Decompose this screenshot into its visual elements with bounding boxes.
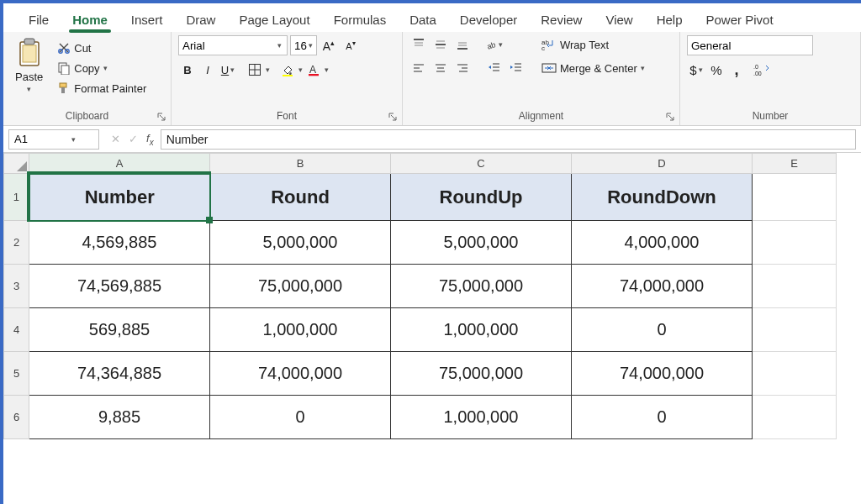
bold-button[interactable]: B [178,60,197,79]
tab-insert[interactable]: Insert [119,8,175,32]
spreadsheet-grid[interactable]: A B C D E 1 Number Round RoundUp RoundDo… [3,153,861,439]
row-header-3[interactable]: 3 [4,265,29,308]
chevron-down-icon[interactable]: ▾ [298,66,303,74]
col-header-C[interactable]: C [391,154,572,174]
align-right-button[interactable] [453,59,472,77]
cell-D6[interactable]: 0 [572,396,753,439]
increase-indent-button[interactable] [507,59,526,77]
percent-format-button[interactable]: % [707,60,726,79]
dialog-launcher-font[interactable] [387,111,399,123]
cell-A2[interactable]: 4,569,885 [29,221,210,265]
cell-C5[interactable]: 75,000,000 [391,352,572,396]
underline-button[interactable]: U▾ [219,60,237,79]
align-middle-button[interactable] [431,35,450,54]
cell-E5[interactable] [753,352,837,396]
cell-B6[interactable]: 0 [210,396,391,439]
tab-page-layout[interactable]: Page Layout [227,8,321,32]
cell-A6[interactable]: 9,885 [29,396,210,439]
row-header-5[interactable]: 5 [4,352,29,396]
merge-center-button[interactable]: Merge & Center ▾ [537,59,649,77]
cell-A3[interactable]: 74,569,885 [29,265,210,308]
tab-draw[interactable]: Draw [174,8,227,32]
row-header-1[interactable]: 1 [4,174,29,221]
select-all-button[interactable] [4,154,29,174]
cell-C4[interactable]: 1,000,000 [391,308,572,352]
cell-A5[interactable]: 74,364,885 [29,352,210,396]
chevron-down-icon[interactable]: ▾ [325,66,329,74]
accounting-format-button[interactable]: $▾ [687,60,705,79]
comma-format-button[interactable]: , [727,60,746,79]
cell-B5[interactable]: 74,000,000 [210,352,391,396]
decrease-font-button[interactable]: A▾ [341,36,360,55]
cell-D2[interactable]: 4,000,000 [572,221,753,265]
font-name-input[interactable] [178,35,288,55]
font-size-input[interactable] [290,35,317,55]
increase-font-button[interactable]: A▴ [320,36,338,55]
enter-formula-icon[interactable]: ✓ [129,133,138,145]
dialog-launcher-alignment[interactable] [664,111,676,123]
cell-A4[interactable]: 569,885 [29,308,210,352]
borders-button[interactable] [246,60,264,79]
cell-D3[interactable]: 74,000,000 [572,265,753,308]
row-header-4[interactable]: 4 [4,308,29,352]
name-box-input[interactable] [13,132,71,146]
align-bottom-button[interactable] [453,35,472,54]
cell-E1[interactable] [753,174,837,221]
col-header-E[interactable]: E [753,154,837,174]
decrease-indent-button[interactable] [485,59,504,77]
tab-developer[interactable]: Developer [448,8,529,32]
tab-power-pivot[interactable]: Power Pivot [695,8,785,32]
cell-C1[interactable]: RoundUp [391,174,572,221]
tab-file[interactable]: File [17,8,61,32]
tab-view[interactable]: View [594,8,644,32]
chevron-down-icon[interactable]: ▾ [71,135,76,144]
align-center-button[interactable] [431,59,450,77]
name-box[interactable]: ▾ [8,129,99,150]
cell-B1[interactable]: Round [210,174,391,221]
align-top-button[interactable] [409,35,428,54]
chevron-down-icon[interactable]: ▾ [309,41,313,50]
align-left-button[interactable] [409,59,428,77]
cell-D4[interactable]: 0 [572,308,753,352]
col-header-B[interactable]: B [210,154,391,174]
col-header-D[interactable]: D [572,154,753,174]
chevron-down-icon[interactable]: ▾ [266,66,270,74]
italic-button[interactable]: I [198,60,217,79]
col-header-A[interactable]: A [29,154,210,174]
increase-decimal-button[interactable]: .0.00 [753,60,771,79]
tab-help[interactable]: Help [645,8,695,32]
cell-A1[interactable]: Number [29,174,210,221]
row-header-6[interactable]: 6 [4,396,29,439]
cell-C2[interactable]: 5,000,000 [391,221,572,265]
orientation-button[interactable]: ab▾ [485,35,504,54]
cell-D1[interactable]: RoundDown [572,174,753,221]
paste-button[interactable]: Paste ▾ [10,35,48,95]
cut-button[interactable]: Cut [53,39,151,57]
cell-E3[interactable] [753,265,837,308]
cell-C3[interactable]: 75,000,000 [391,265,572,308]
wrap-text-button[interactable]: abc Wrap Text [537,35,649,54]
cell-E6[interactable] [753,396,837,439]
cell-E2[interactable] [753,221,837,265]
fill-color-button[interactable] [278,60,297,79]
cell-B3[interactable]: 75,000,000 [210,265,391,308]
cell-B2[interactable]: 5,000,000 [210,221,391,265]
dialog-launcher-clipboard[interactable] [156,111,167,123]
tab-formulas[interactable]: Formulas [322,8,399,32]
formula-input[interactable]: Number [161,129,856,150]
cancel-formula-icon[interactable]: ✕ [111,133,120,145]
tab-home[interactable]: Home [61,8,119,32]
cell-E4[interactable] [753,308,837,352]
cell-B4[interactable]: 1,000,000 [210,308,391,352]
tab-review[interactable]: Review [529,8,594,32]
row-header-2[interactable]: 2 [4,221,29,265]
number-format-input[interactable] [687,35,813,55]
fx-icon[interactable]: fx [146,132,154,147]
tab-data[interactable]: Data [398,8,448,32]
format-painter-button[interactable]: Format Painter [53,79,151,97]
font-color-button[interactable]: A [304,60,323,79]
cell-D5[interactable]: 74,000,000 [572,352,753,396]
cell-C6[interactable]: 1,000,000 [391,396,572,439]
copy-button[interactable]: Copy ▾ [53,59,151,77]
chevron-down-icon[interactable]: ▾ [277,41,282,50]
